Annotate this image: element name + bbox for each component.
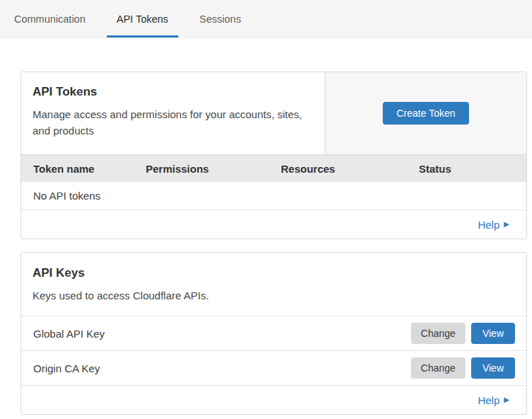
key-actions: Change View [411, 323, 515, 344]
tokens-table-header-resources: Resources [281, 163, 419, 175]
key-name: Global API Key [33, 328, 411, 340]
api-tokens-card: API Tokens Manage access and permissions… [21, 71, 527, 239]
api-keys-description: Keys used to access Cloudflare APIs. [33, 287, 316, 304]
chevron-right-icon: ▶ [504, 221, 509, 228]
api-tokens-card-footer: Help ▶ [21, 210, 526, 239]
api-keys-card: API Keys Keys used to access Cloudflare … [21, 252, 527, 415]
api-keys-help-label: Help [478, 394, 499, 406]
api-tokens-description: Manage access and permissions for your a… [33, 106, 311, 139]
api-keys-help-link[interactable]: Help ▶ [478, 394, 509, 406]
api-tokens-header-text: API Tokens Manage access and permissions… [21, 72, 325, 154]
tab-bar: Communication API Tokens Sessions [0, 0, 532, 38]
key-actions: Change View [411, 357, 515, 379]
key-row-origin-ca-key: Origin CA Key Change View [21, 351, 526, 386]
key-row-global-api-key: Global API Key Change View [21, 316, 526, 351]
tokens-empty-message: No API tokens [33, 190, 100, 202]
global-api-key-view-button[interactable]: View [471, 323, 515, 344]
api-tokens-help-label: Help [478, 219, 499, 231]
tokens-table-header-status: Status [419, 163, 526, 175]
tab-api-tokens[interactable]: API Tokens [107, 0, 178, 38]
tokens-empty-row: No API tokens [21, 182, 526, 210]
api-tokens-title: API Tokens [33, 85, 311, 99]
key-name: Origin CA Key [33, 362, 411, 374]
tab-sessions[interactable]: Sessions [190, 0, 251, 38]
api-tokens-card-header: API Tokens Manage access and permissions… [21, 72, 526, 154]
tokens-table-header-row: Token name Permissions Resources Status [21, 154, 526, 182]
api-tokens-action-panel: Create Token [325, 72, 526, 154]
tokens-table-header-token-name: Token name [33, 163, 146, 175]
origin-ca-key-change-button[interactable]: Change [411, 357, 466, 379]
api-keys-card-footer: Help ▶ [21, 386, 526, 414]
api-keys-title: API Keys [33, 266, 515, 280]
api-keys-card-header: API Keys Keys used to access Cloudflare … [21, 253, 526, 316]
origin-ca-key-view-button[interactable]: View [471, 357, 515, 379]
api-tokens-help-link[interactable]: Help ▶ [478, 219, 509, 231]
create-token-button[interactable]: Create Token [383, 102, 468, 125]
chevron-right-icon: ▶ [504, 396, 509, 403]
tab-communication[interactable]: Communication [4, 0, 96, 38]
global-api-key-change-button[interactable]: Change [411, 323, 466, 344]
tokens-table-header-permissions: Permissions [146, 163, 281, 175]
